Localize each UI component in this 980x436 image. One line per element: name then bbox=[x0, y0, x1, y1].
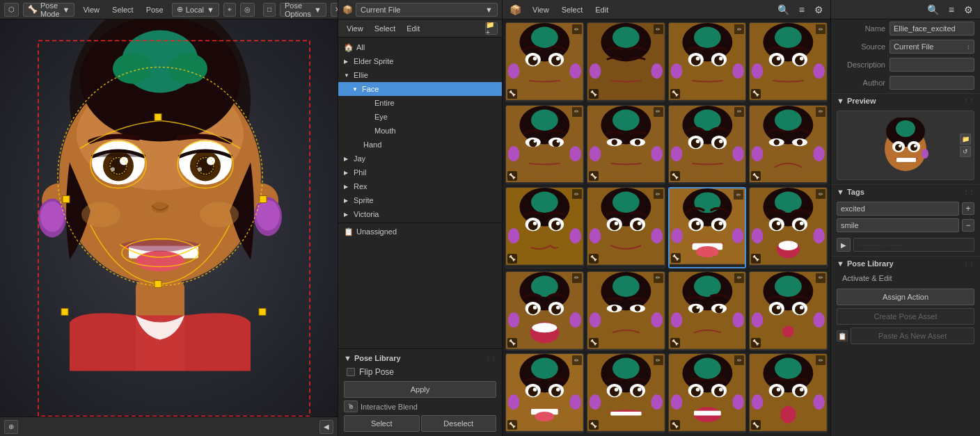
card-edit-btn-eyemask_co2[interactable]: ✏ bbox=[816, 24, 825, 34]
tree-item-eye[interactable]: Eye bbox=[338, 110, 502, 124]
card-edit-btn-mouth_aa[interactable]: ✏ bbox=[572, 355, 582, 365]
asset-card-face_wissle[interactable]: ✏ 🦴 Ellie_face_wissle bbox=[749, 271, 828, 351]
card-edit-btn-face_awkward[interactable]: ✏ bbox=[572, 189, 582, 199]
create-pose-asset-btn[interactable]: Create Pose Asset bbox=[837, 308, 974, 325]
play-timeline[interactable]: · · · · · · · · · · · · · · · bbox=[853, 238, 974, 252]
snap-btn[interactable]: ⌖ bbox=[223, 3, 236, 17]
pose-library-header[interactable]: ▼ Pose Library ⋮⋮ bbox=[341, 352, 499, 364]
transform-dropdown[interactable]: ⊕ Local ▼ bbox=[172, 3, 219, 17]
xray-btn[interactable]: □ bbox=[263, 3, 276, 17]
card-edit-btn-mouth_eh[interactable]: ✏ bbox=[734, 355, 744, 365]
asset-card-face_excited[interactable]: ✏ 🦴 Ellie_face_excited bbox=[668, 187, 747, 268]
deselect-btn[interactable]: Deselect bbox=[421, 415, 497, 432]
card-edit-btn-eyemask_clo[interactable]: ✏ bbox=[654, 24, 663, 34]
add-armature-btn[interactable]: ⊕ bbox=[4, 420, 18, 434]
tree-item-sprite[interactable]: ▶ Sprite bbox=[338, 193, 502, 207]
preview-refresh-btn[interactable]: ↺ bbox=[960, 146, 971, 157]
blend-icon-btn[interactable]: 🖱 bbox=[344, 401, 358, 412]
card-edit-btn-face_default[interactable]: ✏ bbox=[654, 189, 663, 199]
flip-pose-checkbox[interactable] bbox=[347, 368, 355, 376]
current-file-dropdown[interactable]: Current File ▼ bbox=[356, 3, 498, 17]
tag-minus-btn[interactable]: − bbox=[962, 219, 974, 232]
grid-settings-btn[interactable]: ⚙ bbox=[812, 3, 826, 17]
description-field[interactable] bbox=[890, 58, 974, 72]
props-settings-btn[interactable]: ⚙ bbox=[961, 3, 976, 17]
tag-plus-btn[interactable]: + bbox=[962, 202, 974, 215]
tags-section-header[interactable]: ▼ Tags ⋮⋮ bbox=[831, 185, 980, 199]
card-edit-btn-mouth_ee[interactable]: ✏ bbox=[654, 355, 663, 365]
tree-item-victoria[interactable]: ▶ Victoria bbox=[338, 207, 502, 221]
card-edit-btn-face_squint[interactable]: ✏ bbox=[654, 273, 663, 283]
name-field[interactable]: Ellie_face_excited bbox=[890, 22, 974, 35]
asset-card-face_squint[interactable]: ✏ 🦴 Ellie_face_squint bbox=[587, 271, 665, 351]
asset-card-mouth_ee[interactable]: ✏ 🦴 Ellie_mouth_Ee bbox=[587, 353, 665, 433]
select-btn[interactable]: Select bbox=[344, 415, 420, 432]
tag-input-1[interactable]: excited bbox=[837, 202, 959, 216]
author-field[interactable] bbox=[890, 76, 974, 90]
props-filter-btn[interactable]: ≡ bbox=[946, 3, 957, 17]
collapse-panel-btn[interactable]: ◀ bbox=[319, 420, 333, 434]
grid-view-menu[interactable]: View bbox=[528, 3, 553, 17]
card-edit-btn-eyemask_co1[interactable]: ✏ bbox=[734, 24, 744, 34]
grid-search-btn[interactable]: 🔍 bbox=[775, 3, 792, 17]
tree-item-all[interactable]: 🏠 All bbox=[338, 40, 502, 54]
card-edit-btn-eyemask_sq[interactable]: ✏ bbox=[654, 107, 663, 117]
grid-filter-btn[interactable]: ≡ bbox=[796, 3, 807, 17]
tree-item-rex[interactable]: ▶ Rex bbox=[338, 179, 502, 193]
asset-card-face_suspicious[interactable]: ✏ 🦴 Ellie_face_suspicio... bbox=[668, 271, 747, 351]
asset-card-eyemask_sq[interactable]: ✏ 🦴 Ellie_eyemask_sq... bbox=[587, 105, 665, 185]
grid-select-menu[interactable]: Select bbox=[558, 3, 587, 17]
asset-card-face_annoyed[interactable]: ✏ 🦴 Ellie_face_annoyed bbox=[749, 105, 828, 185]
asset-card-eyemask_co1[interactable]: ✏ 🦴 Ellie_eyemask_co... bbox=[668, 22, 747, 102]
proportional-btn[interactable]: ◎ bbox=[240, 3, 255, 17]
grid-panel-icon[interactable]: 📦 bbox=[507, 3, 524, 17]
view-menu-asset[interactable]: View bbox=[342, 22, 368, 35]
asset-card-eyemask_clo[interactable]: ✏ 🦴 Ellie_eyemask_clo... bbox=[587, 22, 665, 102]
card-edit-btn-eyemask_an[interactable]: ✏ bbox=[572, 24, 582, 34]
close-viewport-btn[interactable]: ✕ bbox=[331, 3, 338, 17]
asset-card-face_scared[interactable]: ✏ 🦴 Ellie_face_scared bbox=[749, 187, 828, 268]
asset-card-eyemask_rel[interactable]: ✏ 🦴 Ellie_eyemask_rel... bbox=[505, 105, 584, 185]
card-edit-btn-face_annoyed[interactable]: ✏ bbox=[816, 107, 825, 117]
tree-item-ellie[interactable]: ▼ Ellie bbox=[338, 68, 502, 82]
viewport-icon-btn[interactable]: ⬡ bbox=[4, 3, 19, 17]
card-edit-btn-face_excited[interactable]: ✏ bbox=[734, 190, 743, 200]
paste-as-new-asset-btn[interactable]: Paste As New Asset bbox=[851, 328, 974, 344]
apply-btn[interactable]: Apply bbox=[344, 381, 496, 398]
preview-folder-btn[interactable]: 📁 bbox=[960, 134, 971, 145]
tree-item-face[interactable]: ▼ Face bbox=[338, 82, 502, 96]
pose-options-dropdown[interactable]: Pose Options ▼ bbox=[280, 3, 326, 17]
assign-action-btn[interactable]: Assign Action bbox=[837, 289, 974, 305]
select-menu-asset[interactable]: Select bbox=[370, 22, 400, 35]
tree-item-hand[interactable]: Hand bbox=[338, 138, 502, 152]
select-menu-btn[interactable]: Select bbox=[108, 3, 138, 17]
asset-card-eyemask_co2[interactable]: ✏ 🦴 Ellie_eyemask_co... bbox=[749, 22, 828, 102]
tree-item-jay[interactable]: ▶ Jay bbox=[338, 152, 502, 165]
edit-menu-asset[interactable]: Edit bbox=[402, 22, 424, 35]
props-search-btn[interactable]: 🔍 bbox=[924, 3, 942, 17]
asset-card-face_awkward[interactable]: ✏ 🦴 Ellie_face_awkward bbox=[505, 187, 584, 268]
card-edit-btn-face_wissle[interactable]: ✏ bbox=[816, 273, 825, 283]
tag-input-2[interactable]: smile bbox=[837, 218, 959, 232]
tree-item-mouth[interactable]: Mouth bbox=[338, 124, 502, 138]
pose-menu-btn[interactable]: Pose bbox=[142, 3, 168, 17]
asset-card-eymask_scar[interactable]: ✏ 🦴 Ellie_eymask_scar... bbox=[668, 105, 747, 185]
pose-library-props-header[interactable]: ▼ Pose Library ⋮⋮ bbox=[831, 257, 980, 271]
card-edit-btn-eyemask_rel[interactable]: ✏ bbox=[572, 107, 582, 117]
tree-item-entire[interactable]: Entire bbox=[338, 96, 502, 110]
card-edit-btn-face_suspicious[interactable]: ✏ bbox=[734, 273, 744, 283]
preview-section-header[interactable]: ▼ Preview ⋮⋮ bbox=[831, 94, 980, 108]
tree-item-unassigned[interactable]: 📋 Unassigned bbox=[338, 225, 502, 239]
view-menu-btn[interactable]: View bbox=[79, 3, 104, 17]
asset-card-face_default[interactable]: ✏ 🦴 Ellie_face_default bbox=[587, 187, 665, 268]
tree-item-elder-sprite[interactable]: ▶ Elder Sprite bbox=[338, 54, 502, 68]
card-edit-btn-mouth_oo[interactable]: ✏ bbox=[816, 355, 825, 365]
play-btn[interactable]: ▶ bbox=[837, 238, 851, 252]
asset-card-mouth_oo[interactable]: ✏ 🦴 Ellie_mouth_Oo bbox=[749, 353, 828, 433]
grid-edit-menu[interactable]: Edit bbox=[591, 3, 612, 17]
add-folder-btn[interactable]: 📁+ bbox=[485, 22, 498, 35]
asset-card-mouth_eh[interactable]: ✏ 🦴 Ellie_mouth_Eh bbox=[668, 353, 747, 433]
card-edit-btn-face_scared2[interactable]: ✏ bbox=[572, 273, 582, 283]
card-edit-btn-face_scared[interactable]: ✏ bbox=[816, 189, 825, 199]
asset-card-face_scared2[interactable]: ✏ 🦴 Ellie_face_scared2 bbox=[505, 271, 584, 351]
